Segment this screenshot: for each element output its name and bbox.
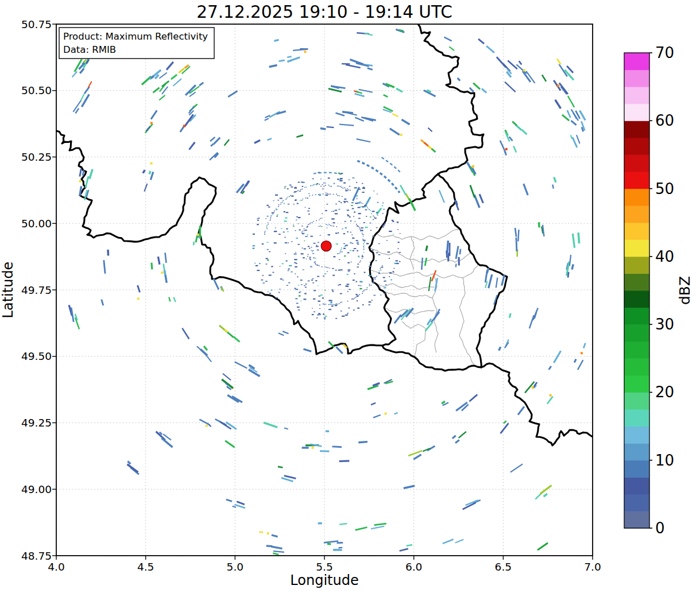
clutter-arc-dot [274, 211, 275, 212]
clutter-dot [353, 216, 354, 216]
clutter-dot [369, 284, 370, 285]
clutter-arc-dot [361, 230, 362, 231]
clutter-arc-dot [358, 226, 359, 227]
echo-streak [235, 362, 247, 368]
echo-streak [373, 415, 381, 418]
clutter-dot [357, 250, 358, 251]
echo-streak [274, 40, 279, 41]
clutter-arc-dot [329, 224, 330, 226]
echo-hot-pixel [161, 272, 163, 274]
clutter-arc-dot [276, 208, 277, 209]
clutter-dot [275, 227, 276, 228]
echo-streak [431, 312, 439, 323]
clutter-dot [262, 243, 264, 245]
clutter-dot [318, 242, 319, 243]
clutter-arc-dot [318, 183, 319, 184]
clutter-arc-dot [308, 254, 309, 255]
clutter-arc-dot [323, 183, 324, 184]
clutter-dot [368, 275, 371, 276]
echo-streak [339, 524, 347, 524]
clutter-arc-dot [363, 290, 365, 292]
clutter-arc-dot [369, 285, 370, 286]
echo-streak [142, 76, 151, 84]
clutter-dot [298, 182, 300, 183]
clutter-arc-dot [363, 246, 364, 247]
clutter-dot [377, 202, 379, 203]
clutter-arc-dot [318, 265, 319, 266]
clutter-arc-dot [311, 250, 312, 251]
clutter-dot [341, 251, 342, 252]
clutter-dot [305, 287, 307, 288]
clutter-dot [296, 238, 298, 239]
clutter-dot [254, 263, 256, 263]
clutter-dot [324, 317, 326, 319]
colorbar-segment [624, 53, 649, 70]
clutter-dot [295, 200, 297, 201]
echo-streak [425, 258, 427, 266]
clutter-arc-dot [266, 225, 268, 226]
clutter-dot [361, 206, 362, 207]
clutter-arc-dot [270, 220, 271, 221]
clutter-dot [291, 195, 293, 196]
clutter-arc-dot [365, 289, 366, 290]
clutter-arc-dot [363, 243, 364, 245]
clutter-dot [318, 172, 320, 173]
echo-streak [138, 285, 140, 292]
clutter-dot [281, 228, 283, 228]
clutter-dot [350, 220, 351, 222]
echo-streak [577, 135, 580, 144]
clutter-dot [287, 285, 288, 286]
clutter-dot [335, 210, 337, 211]
clutter-dot [317, 314, 319, 315]
clutter-dot [362, 234, 364, 235]
clutter-arc-dot [333, 194, 334, 195]
clutter-dot [284, 203, 285, 204]
clutter-dot [284, 186, 285, 187]
y-tick-label: 48.75 [21, 550, 52, 562]
echo-streak [336, 347, 342, 353]
clutter-dot [382, 226, 384, 227]
clutter-arc-dot [341, 187, 342, 188]
clutter-arc-dot [345, 189, 346, 190]
clutter-dot [354, 248, 356, 249]
clutter-arc-dot [312, 222, 313, 223]
clutter-arc-dot [326, 193, 327, 194]
echo-streak [150, 172, 153, 180]
clutter-dot [363, 187, 365, 187]
echo-streak [470, 88, 474, 92]
clutter-dot [382, 205, 383, 206]
echo-streak [470, 185, 475, 198]
clutter-arc-dot [272, 214, 273, 215]
clutter-arc-dot [304, 187, 305, 188]
clutter-dot [287, 231, 288, 232]
clutter-dot [284, 211, 285, 212]
echo-streak [173, 297, 175, 302]
clutter-dot [372, 235, 374, 237]
clutter-dot [265, 263, 267, 264]
echo-streak [159, 73, 167, 79]
clutter-dot [285, 186, 287, 187]
clutter-dot [361, 227, 363, 228]
echo-streak [460, 249, 461, 254]
clutter-arc-dot [359, 262, 361, 263]
clutter-arc-dot [327, 267, 328, 268]
clutter-arc-dot [306, 187, 307, 188]
echo-streak [226, 499, 232, 501]
clutter-dot [315, 258, 316, 258]
clutter-arc-dot [322, 184, 323, 185]
clutter-arc-dot [297, 190, 299, 191]
clutter-dot [338, 173, 340, 174]
clutter-arc-dot [307, 227, 308, 228]
clutter-arc-dot [337, 195, 338, 196]
clutter-dot [337, 253, 339, 254]
echo-streak [400, 549, 408, 551]
clutter-dot [361, 285, 362, 286]
clutter-dot [286, 212, 288, 213]
clutter-arc-dot [341, 250, 342, 251]
echo-streak [225, 441, 234, 448]
clutter-arc-dot [302, 231, 303, 232]
clutter-arc-dot [319, 265, 320, 266]
clutter-dot [343, 201, 345, 202]
clutter-dot [308, 246, 310, 247]
clutter-arc-dot [363, 245, 365, 246]
